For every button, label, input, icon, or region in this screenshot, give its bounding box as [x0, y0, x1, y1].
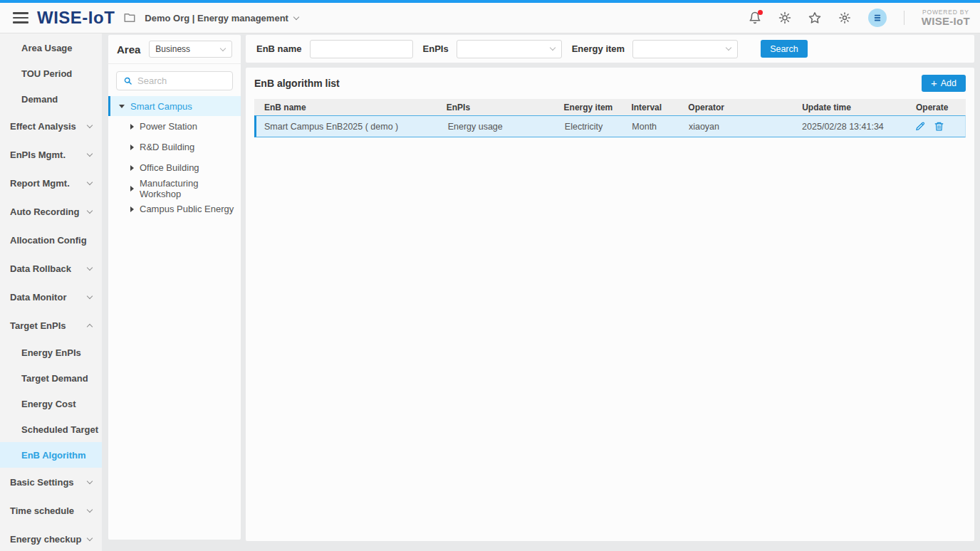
chevron-down-icon — [87, 150, 93, 156]
sidebar-item-auto-recording[interactable]: Auto Recording — [0, 197, 102, 226]
menu-icon[interactable] — [13, 12, 28, 23]
enpis-select[interactable] — [457, 40, 562, 58]
org-selector[interactable]: Demo Org | Energy management — [145, 13, 298, 23]
enb-algorithm-panel: EnB algorithm list Add EnB name EnPIs En… — [246, 68, 974, 541]
sidebar-item-area-usage[interactable]: Area Usage — [0, 35, 102, 61]
sidebar-item-energy-enpis[interactable]: Energy EnPIs — [0, 340, 102, 365]
sidebar-item-enpis-mgmt[interactable]: EnPIs Mgmt. — [0, 140, 102, 169]
tree-search-input[interactable] — [137, 75, 226, 86]
edit-icon[interactable] — [915, 121, 926, 132]
chevron-down-icon — [726, 45, 731, 51]
sidebar-item-data-monitor[interactable]: Data Monitor — [0, 283, 102, 311]
star-icon[interactable] — [808, 11, 821, 24]
energy-item-label: Energy item — [572, 43, 625, 54]
app-logo: WISE-IoT — [37, 8, 115, 28]
sidebar-item-time-schedule[interactable]: Time schedule — [0, 496, 102, 525]
chevron-down-icon — [220, 45, 226, 51]
tree-node-power-station[interactable]: Power Station — [108, 116, 241, 137]
tree-search-box[interactable] — [116, 71, 233, 90]
area-panel-title: Area — [117, 43, 140, 56]
caret-collapsed-icon — [130, 124, 134, 130]
cell-enpis: Energy usage — [448, 122, 565, 132]
chevron-down-icon — [87, 293, 93, 298]
cell-update-time: 2025/02/28 13:41:34 — [802, 122, 915, 132]
tree-node-manufacturing-workshop[interactable]: Manufacturing Workshop — [108, 178, 241, 199]
search-icon — [123, 76, 132, 85]
sidebar-item-demand[interactable]: Demand — [0, 86, 102, 112]
org-selector-label: Demo Org | Energy management — [145, 13, 288, 23]
search-button[interactable]: Search — [761, 40, 808, 58]
filter-bar: EnB name EnPIs Energy item Search — [246, 35, 974, 63]
tree-node-smart-campus[interactable]: Smart Campus — [108, 96, 241, 116]
sun-icon[interactable] — [778, 11, 791, 24]
cell-enb-name: Smart Campus EnB2025 ( demo ) — [256, 122, 448, 132]
notification-dot — [758, 10, 763, 15]
sidebar-item-tou-period[interactable]: TOU Period — [0, 61, 102, 86]
sidebar-item-effect-analysis[interactable]: Effect Analysis — [0, 112, 102, 140]
enpis-label: EnPIs — [423, 43, 449, 54]
area-select[interactable]: Business — [149, 41, 232, 58]
table-header-row: EnB name EnPIs Energy item Interval Oper… — [254, 99, 966, 115]
table-row[interactable]: Smart Campus EnB2025 ( demo ) Energy usa… — [254, 115, 966, 137]
caret-collapsed-icon — [130, 206, 134, 212]
enb-name-label: EnB name — [256, 43, 302, 54]
plus-icon — [931, 78, 937, 89]
area-panel: Area Business Smart Campus Power Station… — [108, 35, 241, 540]
energy-item-select[interactable] — [632, 40, 738, 58]
column-header-operate: Operate — [916, 103, 966, 112]
column-header-energy-item: Energy item — [564, 103, 632, 112]
gear-icon[interactable] — [838, 11, 851, 24]
sidebar: Area Usage TOU Period Demand Effect Anal… — [0, 33, 102, 551]
chevron-down-icon — [549, 45, 555, 51]
app-root: WISE-IoT Demo Org | Energy management — [0, 0, 980, 551]
header-divider — [904, 11, 905, 25]
delete-icon[interactable] — [934, 121, 944, 132]
sidebar-item-allocation-config[interactable]: Allocation Config — [0, 226, 102, 254]
add-button[interactable]: Add — [922, 75, 966, 92]
chevron-down-icon — [87, 264, 93, 270]
caret-collapsed-icon — [130, 165, 134, 171]
sidebar-item-energy-checkup[interactable]: Energy checkup — [0, 525, 102, 551]
bell-icon[interactable] — [749, 11, 761, 24]
chevron-down-icon — [87, 478, 93, 483]
chevron-down-icon — [87, 122, 93, 127]
column-header-update-time: Update time — [802, 103, 916, 112]
area-select-value: Business — [155, 44, 190, 54]
tree-node-campus-public-energy[interactable]: Campus Public Energy — [108, 199, 241, 219]
cell-operate — [915, 121, 965, 132]
caret-expanded-icon — [119, 105, 125, 108]
caret-collapsed-icon — [130, 186, 134, 191]
caret-down-icon — [293, 14, 299, 19]
sidebar-item-target-demand[interactable]: Target Demand — [0, 365, 102, 391]
chevron-down-icon — [87, 179, 93, 184]
sidebar-item-report-mgmt[interactable]: Report Mgmt. — [0, 169, 102, 197]
caret-collapsed-icon — [130, 145, 134, 150]
column-header-enpis: EnPIs — [447, 103, 564, 112]
tree-node-rd-building[interactable]: R&D Building — [108, 137, 241, 157]
content-area: Area Usage TOU Period Demand Effect Anal… — [0, 33, 980, 551]
sidebar-item-basic-settings[interactable]: Basic Settings — [0, 468, 102, 496]
sidebar-item-data-rollback[interactable]: Data Rollback — [0, 254, 102, 283]
chevron-up-icon — [87, 323, 93, 329]
chevron-down-icon — [87, 535, 93, 540]
main-area: EnB name EnPIs Energy item Search EnB al… — [246, 35, 974, 551]
sidebar-item-enb-algorithm[interactable]: EnB Algorithm — [0, 442, 102, 468]
sidebar-item-target-enpis[interactable]: Target EnPIs — [0, 311, 102, 340]
folder-icon — [123, 11, 136, 24]
enb-name-input[interactable] — [310, 40, 413, 58]
chevron-down-icon — [87, 207, 93, 213]
cell-energy-item: Electricity — [565, 122, 632, 132]
app-header: WISE-IoT Demo Org | Energy management — [0, 3, 980, 33]
chevron-down-icon — [87, 506, 93, 512]
avatar[interactable] — [868, 9, 887, 27]
sidebar-item-energy-cost[interactable]: Energy Cost — [0, 391, 102, 416]
column-header-operator: Operator — [688, 103, 802, 112]
powered-by-line2: WISE-IoT — [922, 16, 970, 27]
cell-interval: Month — [632, 122, 689, 132]
sidebar-item-scheduled-target[interactable]: Scheduled Target — [0, 416, 102, 442]
area-tree: Smart Campus Power Station R&D Building … — [108, 96, 241, 219]
powered-by: POWERED BY WISE-IoT — [922, 9, 970, 27]
column-header-interval: Interval — [631, 103, 688, 112]
tree-node-office-building[interactable]: Office Building — [108, 157, 241, 178]
column-header-enb-name: EnB name — [254, 103, 447, 112]
